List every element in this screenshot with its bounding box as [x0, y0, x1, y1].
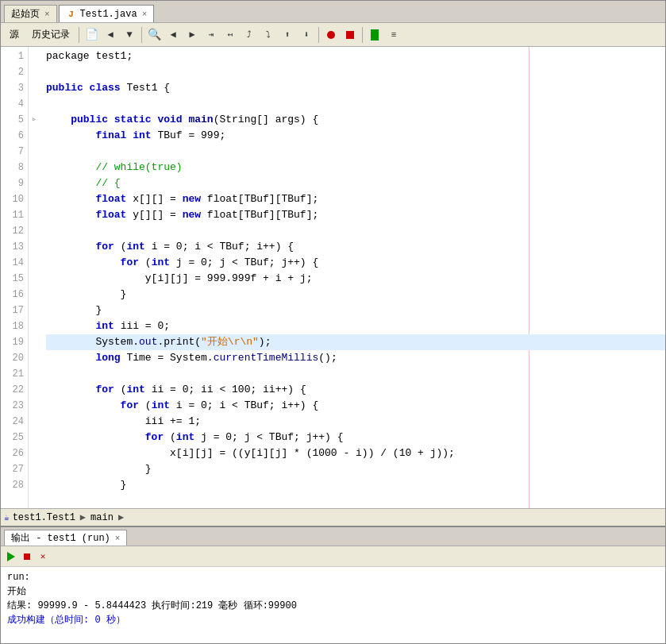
editor-main: 1234567891011121314151617181920212223242…	[1, 47, 665, 508]
fold-marker-6	[29, 128, 40, 144]
output-stop-btn[interactable]	[20, 550, 34, 564]
line-number-1: 1	[1, 48, 24, 64]
line-number-5: 5	[1, 112, 24, 128]
source-button[interactable]: 源	[4, 25, 25, 44]
line-number-24: 24	[1, 414, 24, 430]
line-number-17: 17	[1, 303, 24, 318]
line-number-13: 13	[1, 239, 24, 255]
code-content[interactable]: package test1;public class Test1 { publi…	[40, 47, 665, 508]
output-tab-run[interactable]: 输出 - test1 (run) ×	[4, 530, 127, 546]
code-line-26: x[i][j] = ((y[i][j] * (1000 - i)) / (10 …	[46, 445, 665, 461]
line-number-27: 27	[1, 461, 24, 477]
fold-marker-2	[29, 64, 40, 80]
code-line-19: System.out.print("开始\r\n");	[46, 334, 665, 350]
tab-start-label: 起始页	[11, 7, 40, 21]
breadcrumb-arrow-1: ▶	[80, 511, 86, 523]
toolbar-sep-3	[318, 27, 319, 43]
toolbar-sep-2	[141, 27, 142, 43]
toolbar-btn-search[interactable]: 🔍	[145, 26, 163, 44]
toolbar-btn-stop[interactable]	[341, 26, 359, 44]
fold-marker-15	[29, 271, 40, 287]
editor-tab-bar: 起始页 × J Test1.java ×	[1, 1, 665, 23]
line-number-15: 15	[1, 271, 24, 287]
toolbar-btn-chart2[interactable]: ≡	[385, 26, 402, 44]
fold-marker-13	[29, 239, 40, 255]
toolbar-btn-r1[interactable]: ⇥	[202, 26, 220, 44]
toolbar-btn-back[interactable]: ◀	[102, 26, 119, 44]
code-line-2	[46, 64, 665, 80]
code-line-27: }	[46, 461, 665, 477]
tab-test1-close[interactable]: ×	[142, 10, 148, 19]
output-tab-bar: 输出 - test1 (run) ×	[1, 527, 665, 546]
line-number-19: 19	[1, 334, 24, 350]
toolbar-btn-open[interactable]: 📄	[83, 26, 100, 44]
breadcrumb-class: test1.Test1	[13, 512, 75, 523]
fold-marker-7	[29, 144, 40, 160]
fold-gutter: ▹	[29, 47, 40, 508]
toolbar-btn-r5[interactable]: ⬆	[279, 26, 296, 44]
output-tab-label: 输出 - test1 (run)	[11, 531, 110, 545]
fold-marker-28	[29, 477, 40, 493]
line-number-26: 26	[1, 445, 24, 461]
line-number-10: 10	[1, 191, 24, 207]
fold-marker-22	[29, 382, 40, 398]
tab-test1-label: Test1.java	[80, 9, 137, 20]
fold-marker-23	[29, 398, 40, 414]
output-error-btn[interactable]: ✕	[36, 550, 50, 564]
fold-marker-26	[29, 445, 40, 461]
fold-marker-27	[29, 461, 40, 477]
line-number-6: 6	[1, 128, 24, 144]
fold-marker-16	[29, 287, 40, 303]
breadcrumb-arrow-2: ▶	[118, 511, 124, 523]
fold-marker-25	[29, 430, 40, 445]
code-line-3: public class Test1 {	[46, 80, 665, 96]
code-line-18: int iii = 0;	[46, 318, 665, 334]
code-line-6: final int TBuf = 999;	[46, 128, 665, 144]
code-line-4	[46, 96, 665, 112]
toolbar-btn-chart1[interactable]	[366, 26, 383, 44]
output-line-1: 开始	[7, 584, 659, 599]
code-line-23: for (int i = 0; i < TBuf; i++) {	[46, 398, 665, 414]
toolbar-btn-r2[interactable]: ↤	[221, 26, 239, 44]
tab-start-close[interactable]: ×	[44, 10, 50, 19]
editor-toolbar: 源 历史记录 📄 ◀ ▼ 🔍 ◀ ▶ ⇥ ↤ ⤴ ⤵ ⬆ ⬇ ≡	[1, 23, 665, 47]
line-number-14: 14	[1, 255, 24, 271]
fold-marker-1	[29, 48, 40, 64]
fold-marker-5[interactable]: ▹	[29, 112, 40, 128]
status-icon-class: ☕	[4, 512, 10, 523]
code-line-28: }	[46, 477, 665, 493]
fold-marker-14	[29, 255, 40, 271]
code-line-21	[46, 366, 665, 382]
fold-marker-10	[29, 191, 40, 207]
line-number-18: 18	[1, 318, 24, 334]
line-numbers: 1234567891011121314151617181920212223242…	[1, 47, 29, 508]
code-line-15: y[i][j] = 999.999f + i + j;	[46, 271, 665, 287]
output-panel: 输出 - test1 (run) × ✕ run:开始结果: 99999.9 -…	[1, 526, 665, 643]
toolbar-btn-next[interactable]: ▶	[183, 26, 201, 44]
tab-test1[interactable]: J Test1.java ×	[59, 5, 155, 22]
toolbar-btn-r6[interactable]: ⬇	[298, 26, 315, 44]
toolbar-btn-prev[interactable]: ◀	[164, 26, 182, 44]
fold-marker-20	[29, 350, 40, 366]
toolbar-btn-fwd[interactable]: ▼	[121, 26, 138, 44]
code-line-14: for (int j = 0; j < TBuf; j++) {	[46, 255, 665, 271]
history-button[interactable]: 历史记录	[26, 25, 75, 44]
java-file-icon: J	[66, 9, 77, 20]
line-number-7: 7	[1, 144, 24, 160]
code-line-24: iii += 1;	[46, 414, 665, 430]
line-number-2: 2	[1, 64, 24, 80]
line-number-28: 28	[1, 477, 24, 493]
toolbar-btn-red[interactable]	[322, 26, 340, 44]
output-tab-close[interactable]: ×	[115, 534, 121, 543]
toolbar-btn-r3[interactable]: ⤴	[241, 26, 258, 44]
toolbar-btn-r4[interactable]: ⤵	[260, 26, 277, 44]
tab-start[interactable]: 起始页 ×	[4, 5, 57, 22]
toolbar-sep-4	[362, 27, 363, 43]
toolbar-sep-1	[79, 27, 79, 43]
code-line-10: float x[][] = new float[TBuf][TBuf];	[46, 191, 665, 207]
code-line-1: package test1;	[46, 48, 665, 64]
line-number-12: 12	[1, 223, 24, 239]
line-number-8: 8	[1, 160, 24, 175]
fold-marker-12	[29, 223, 40, 239]
output-run-btn[interactable]	[4, 550, 18, 564]
